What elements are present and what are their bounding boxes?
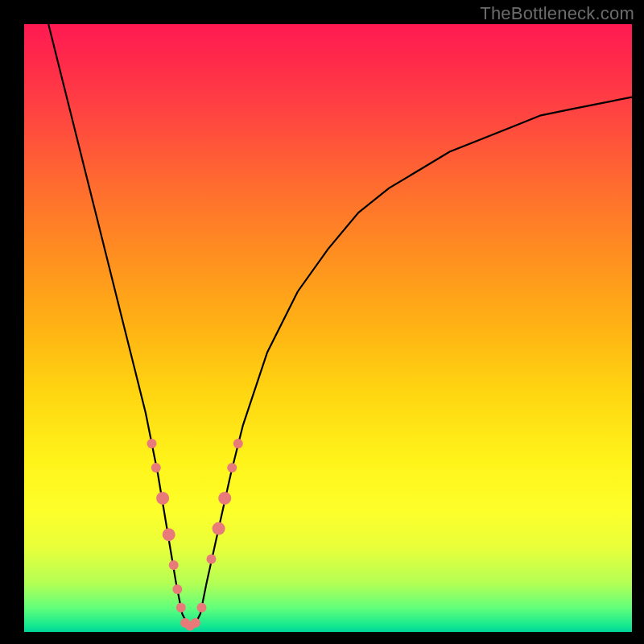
watermark-label: TheBottleneck.com [480, 3, 634, 24]
plot-area [24, 24, 632, 632]
bottleneck-curve [48, 24, 632, 626]
curve-marker [191, 618, 200, 628]
curve-marker [163, 528, 175, 541]
curve-marker [207, 554, 217, 564]
chart-frame: TheBottleneck.com [0, 0, 644, 644]
curve-marker [197, 603, 207, 613]
curve-marker [218, 492, 231, 505]
curve-marker [169, 560, 179, 570]
curve-marker [156, 492, 169, 505]
curve-marker [151, 463, 161, 473]
curve-marker [213, 522, 225, 535]
curve-marker [227, 463, 237, 473]
curve-marker [176, 603, 186, 613]
curve-marker [172, 584, 182, 594]
curve-marker [147, 439, 157, 448]
curve-markers [147, 439, 243, 631]
curve-marker [233, 439, 243, 448]
curve-svg [24, 24, 632, 632]
